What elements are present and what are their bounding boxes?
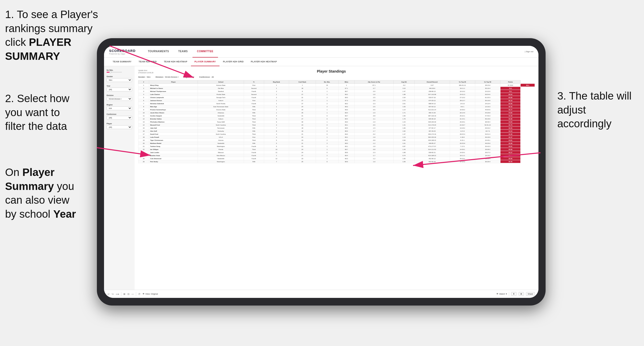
- copy-icon[interactable]: ⊞: [123, 293, 125, 295]
- main-content: No Rds. Gender Men Year: [104, 66, 538, 290]
- gender-filter: Gender: Men: [138, 76, 150, 78]
- table-row: 17David FordNorth CarolinaThird421069.0-…: [138, 133, 535, 136]
- col-adj-score: Adj. Score to Par: [354, 80, 394, 84]
- view-label: View: Original: [145, 293, 158, 295]
- region-label: Region: [107, 104, 132, 106]
- table-row: 1Wenyi DingArizona StateFirst1115167.1-3…: [138, 84, 535, 87]
- table-row: 5Christo LamprechtGeorgia TechFourth2212…: [138, 96, 535, 99]
- gender-label: Gender: [107, 76, 132, 77]
- nav-tab-teams[interactable]: TEAMS: [174, 46, 192, 58]
- more-icon[interactable]: —: [132, 293, 134, 295]
- nav-tabs: TOURNAMENTS TEAMS COMMITTEE: [143, 46, 525, 58]
- table-row: 8Mats EgeEast Tennessee StateFifth124268…: [138, 105, 535, 108]
- region-select[interactable]: N/A: [107, 106, 132, 110]
- col-no-rds: No. Rds.: [316, 80, 338, 84]
- update-time: Update time: 27/03/2024 16:56:26: [138, 69, 153, 74]
- table-row: 15Jake HallTennesseeFifth718068.5-1.51.6…: [138, 127, 535, 130]
- watch-icon: 👁: [496, 293, 498, 295]
- sidebar-no-rds: No Rds.: [107, 69, 132, 73]
- instruction-step2: 2. Select howyou want tofilter the data: [5, 92, 82, 133]
- table-row: 26Petr HrubyWashingtonFifth725068.6-1.61…: [138, 160, 535, 163]
- player-label: Player: [107, 123, 132, 124]
- table-row: 16Alex GoffKentuckyFifth819068.3-1.71.92…: [138, 130, 535, 133]
- toolbar-watch[interactable]: 👁 Watch ▾: [496, 293, 507, 295]
- sidebar-player: Player (All): [107, 123, 132, 129]
- col-wins: Wins: [339, 80, 354, 84]
- table-heading: Player Standings: [153, 69, 509, 73]
- table-area: Update time: 27/03/2024 16:56:26 Player …: [135, 66, 538, 290]
- instruction-step1: 1. To see a Player's rankings summary cl…: [5, 8, 112, 63]
- paste-icon[interactable]: ⊡: [127, 293, 130, 295]
- nav-tab-committee[interactable]: COMMITTEE: [192, 46, 218, 58]
- table-row: 20Matthew RiedelVanderbiltFifth521268.0-…: [138, 142, 535, 145]
- col-vs-top50: Vs Top 50: [475, 80, 500, 84]
- col-reg-rank: Reg Rank: [264, 80, 289, 84]
- sidebar-year: Year (All): [107, 85, 132, 91]
- instruction-note: On PlayerSummary youcan also viewby scho…: [5, 165, 87, 221]
- conference-select[interactable]: (All): [107, 116, 132, 120]
- subnav-player-h2h-grid[interactable]: PLAYER H2H GRID: [220, 58, 247, 66]
- sidebar-conference: Conference (All): [107, 113, 132, 120]
- tablet-screen: SCOREBOARD Powered by clippi TOURNAMENTS…: [104, 46, 538, 298]
- table-row: 9Preston SummerhaysArizona StateThird134…: [138, 108, 535, 111]
- col-vs-top25: Vs Top 25: [450, 80, 475, 84]
- region-filter-value: All: [192, 76, 194, 78]
- table-row: 18Luke PowellUCLAFirst424169.1-1.81.1350…: [138, 136, 535, 139]
- no-rds-label: No Rds.: [107, 69, 132, 71]
- share-button[interactable]: Share: [526, 292, 535, 296]
- col-player: Player: [149, 80, 198, 84]
- table-row: 11Gordon SargentVanderbiltThird421068.7-…: [138, 114, 535, 117]
- undo-icon[interactable]: ↩: [108, 293, 110, 295]
- gender-select[interactable]: Men: [107, 78, 132, 82]
- sidebar-division: Division NCAA Division I: [107, 94, 132, 101]
- standings-table: # Player School Yr Reg Rank Conf Rank No…: [138, 80, 535, 163]
- toolbar-view[interactable]: 👁 View: Original: [143, 293, 158, 295]
- col-conf-rank: Conf Rank: [289, 80, 316, 84]
- division-filter: Division: NCAA Division I: [156, 76, 178, 78]
- col-points: Points: [500, 80, 521, 84]
- conference-filter: Conference: All: [199, 76, 214, 78]
- conference-filter-label: Conference:: [199, 76, 210, 78]
- sign-out-link[interactable]: | Sign out: [525, 50, 533, 53]
- table-row: 24Bastien AmatNew MexicoFourth127269.4-1…: [138, 154, 535, 157]
- logo-text: SCOREBOARD: [109, 49, 136, 53]
- header-right: | Sign out: [525, 50, 533, 53]
- subnav-player-summary[interactable]: PLAYER SUMMARY: [191, 58, 220, 66]
- grid-btn[interactable]: ⊞: [519, 292, 524, 296]
- download-btn[interactable]: ⬇: [511, 292, 517, 296]
- table-row: 22Ian GilliganFloridaThird1024168.7-0.81…: [138, 148, 535, 151]
- view-icon: 👁: [143, 293, 145, 295]
- watch-label: Watch: [499, 293, 505, 295]
- sub-nav: TEAM SUMMARY TEAM H2H GRID TEAM H2H HEAT…: [104, 58, 538, 66]
- division-label: Division: [107, 94, 132, 96]
- subnav-team-h2h-heatmap[interactable]: TEAM H2H HEATMAP: [160, 58, 191, 66]
- table-row: 21Tashiun SongWashingtonFourth523169.1-1…: [138, 145, 535, 148]
- bottom-toolbar: ↩ ↪ ⟶ ⊞ ⊡ — ⏱ 👁 View: Original 👁 Watch ▾…: [104, 290, 538, 298]
- logo-area: SCOREBOARD Powered by clippi: [109, 48, 136, 55]
- nav-tab-tournaments[interactable]: TOURNAMENTS: [143, 46, 174, 58]
- forward-icon[interactable]: ⟶: [116, 293, 119, 295]
- table-row: 13Phichaksn MaichonTexas A&MThird630169.…: [138, 120, 535, 123]
- table-row: 25Cole SherwoodVanderbiltFourth1223169.3…: [138, 157, 535, 160]
- table-row: 2Michael Le SassoOle MissSecond118067.1-…: [138, 87, 535, 90]
- division-select[interactable]: NCAA Division I: [107, 97, 132, 101]
- redo-icon[interactable]: ↪: [112, 293, 114, 295]
- player-select[interactable]: (All): [107, 125, 132, 129]
- year-label: Year: [107, 85, 132, 87]
- region-filter: Region: All: [184, 76, 194, 78]
- table-title-row: Update time: 27/03/2024 16:56:26 Player …: [138, 69, 535, 74]
- clock-icon[interactable]: ⏱: [138, 293, 140, 295]
- col-rank: #: [138, 80, 149, 84]
- sidebar-filters: No Rds. Gender Men Year: [104, 66, 135, 290]
- division-filter-value: NCAA Division I: [165, 76, 178, 78]
- subnav-player-h2h-heatmap[interactable]: PLAYER H2H HEATMAP: [247, 58, 280, 66]
- subnav-team-summary[interactable]: TEAM SUMMARY: [109, 58, 135, 66]
- division-filter-label: Division:: [156, 76, 164, 78]
- subnav-team-h2h-grid[interactable]: TEAM H2H GRID: [135, 58, 160, 66]
- tablet-frame: SCOREBOARD Powered by clippi TOURNAMENTS…: [97, 38, 546, 306]
- col-yr: Yr: [244, 80, 264, 84]
- year-select[interactable]: (All): [107, 88, 132, 91]
- sidebar-region: Region N/A: [107, 104, 132, 110]
- table-row: 12Brendan ValdesAuburnThird527068.4-1.11…: [138, 117, 535, 120]
- toolbar-sep2: [136, 292, 136, 296]
